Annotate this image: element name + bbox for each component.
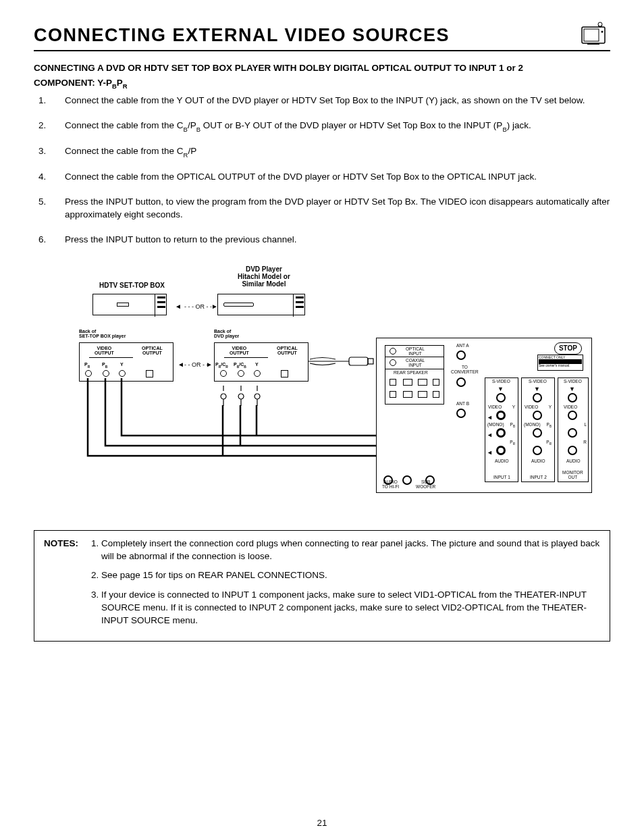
sub-b: B [112, 82, 117, 90]
arrow-right-icon: ► [206, 360, 213, 369]
svg-rect-0 [582, 27, 605, 43]
arrow-right-icon: ► [211, 302, 218, 311]
arrow-left-icon: ◄ [178, 360, 184, 369]
connection-diagram: HDTV SET-TOP BOX DVD Player Hitachi Mode… [52, 260, 592, 510]
svg-point-2 [601, 31, 603, 33]
svg-rect-3 [587, 43, 599, 45]
note-1: Completely insert the connection cord pl… [101, 538, 600, 563]
or-label: OR [196, 303, 205, 310]
jack-ant-b [456, 409, 466, 418]
sub-r: R [123, 82, 128, 90]
hdtv-label: HDTV SET-TOP BOX [99, 282, 165, 289]
note-3: If your device is connected to INPUT 1 c… [101, 589, 600, 627]
step-4: Connect the cable from the OPTICAL OUTPU… [49, 171, 610, 184]
notes-box: NOTES: Completely insert the connection … [34, 530, 610, 642]
jack-prcr [220, 370, 227, 377]
svg-rect-5 [349, 357, 368, 365]
svg-rect-1 [584, 29, 599, 41]
tv-icon [578, 20, 610, 47]
stb-back-panel: VIDEO OUTPUT OPTICAL OUTPUT PR PB Y [79, 342, 173, 382]
dvd-player [217, 294, 305, 315]
jack-pb [103, 370, 109, 377]
step-text: Press the INPUT button, to view the prog… [65, 197, 610, 219]
jack-y [119, 370, 126, 377]
jack-ant-a [456, 350, 466, 360]
settop-box [92, 294, 167, 315]
page-header: CONNECTING EXTERNAL VIDEO SOURCES [34, 20, 610, 51]
subhead-prefix: COMPONENT: Y-P [34, 78, 112, 88]
jack-optical2 [281, 370, 288, 377]
step-3: Connect the cable from the CR/P [49, 145, 610, 159]
svg-point-4 [598, 22, 602, 26]
subheading: CONNECTING A DVD OR HDTV SET TOP BOX PLA… [34, 61, 610, 90]
arrow-left-icon: ◄ [175, 302, 182, 311]
stop-label: STOP [554, 342, 582, 355]
step-1: Connect the cable from the Y OUT of the … [49, 95, 610, 107]
step-6: Press the INPUT button to return to the … [49, 234, 610, 246]
dvd-back-label: Back of DVD player [214, 329, 239, 339]
steps-list: Connect the cable from the Y OUT of the … [34, 95, 610, 246]
subhead-line1: CONNECTING A DVD OR HDTV SET TOP BOX PLA… [34, 63, 523, 73]
step-text: Connect the cable from the OPTICAL OUTPU… [65, 172, 537, 182]
svg-rect-6 [368, 359, 373, 364]
jack-y2 [254, 370, 261, 377]
jack-converter [456, 377, 466, 387]
step-5: Press the INPUT button, to view the prog… [49, 196, 610, 221]
notes-label: NOTES: [44, 538, 78, 634]
jack-optical [146, 370, 153, 377]
optical-plug-icon [308, 353, 376, 373]
dvd-back-panel: VIDEO OUTPUT OPTICAL OUTPUT PR/CR PB/CB … [214, 342, 308, 382]
subhead-mid: P [117, 78, 123, 88]
step-text: Connect the cable from the Y OUT of the … [65, 95, 585, 105]
stb-back-label: Back of SET-TOP BOX player [79, 329, 126, 339]
page-number: 21 [34, 817, 610, 830]
notes-list: Completely insert the connection cord pl… [89, 538, 600, 634]
jack-pbcb [238, 370, 244, 377]
step-2: Connect the cable from the CB/PB OUT or … [49, 120, 610, 133]
note-2: See page 15 for tips on REAR PANEL CONNE… [101, 569, 600, 582]
dvd-label: DVD Player Hitachi Model or Similar Mode… [238, 265, 290, 288]
step-text: Press the INPUT button to return to the … [65, 234, 296, 244]
tv-back-panel: STOP CONNECT ONLY See owner's manual. OP… [376, 338, 592, 493]
jack-pr [85, 370, 92, 377]
page-title: CONNECTING EXTERNAL VIDEO SOURCES [34, 23, 450, 49]
